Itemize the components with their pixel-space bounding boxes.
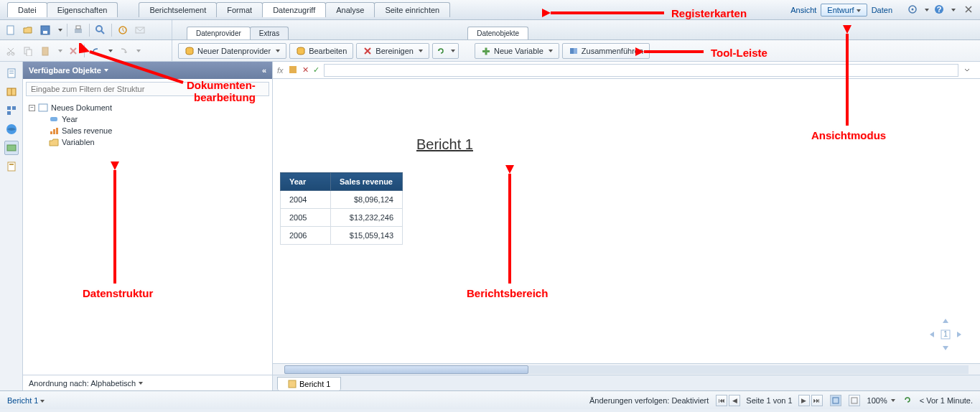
view-ansicht[interactable]: Ansicht [790,6,816,14]
page-indicator: Seite 1 von 1 [742,396,796,405]
svg-rect-38 [50,131,52,134]
subtab-extras[interactable]: Extras [250,27,289,39]
next-page-icon[interactable]: ▶ [798,395,810,406]
history-icon[interactable] [116,24,129,37]
edit-button[interactable]: Bearbeiten [289,43,353,59]
fx-wizard-icon[interactable] [288,65,298,76]
tab-format[interactable]: Format [216,2,263,17]
tree-year[interactable]: Year [29,113,266,125]
fx-icon[interactable]: fx [277,66,284,75]
tab-datei[interactable]: Datei [7,2,47,17]
save-icon[interactable] [39,24,52,37]
tab-seite-einrichten[interactable]: Seite einrichten [374,2,450,17]
cell[interactable]: $15,059,143 [331,227,403,245]
report-table[interactable]: Year Sales revenue 2004$8,096,124 2005$1… [280,172,403,245]
delete-icon[interactable] [67,45,80,57]
cell[interactable]: 2006 [281,227,331,245]
zoom-control[interactable]: 100% [867,396,895,405]
svg-rect-41 [289,66,297,73]
tree-vars[interactable]: Variablen [29,136,266,148]
cut-icon[interactable] [4,45,17,57]
svg-rect-31 [7,111,11,115]
close-icon[interactable] [964,5,973,15]
svg-rect-35 [9,164,14,165]
rail-objects-icon[interactable] [4,141,19,155]
purge-button[interactable]: Bereinigen [356,43,429,59]
file-toolbar [0,20,172,39]
new-dataprovider-button[interactable]: Neuer Datenprovider [178,43,286,59]
new-variable-button[interactable]: Neue Variable [475,43,559,59]
status-tracking[interactable]: Änderungen verfolgen: Deaktiviert [589,396,709,405]
col-year[interactable]: Year [281,173,331,191]
gear-icon[interactable] [907,4,918,17]
paste-icon[interactable] [39,45,52,57]
svg-rect-29 [7,106,11,110]
tree-sales[interactable]: Sales revenue [29,125,266,136]
cell[interactable]: 2004 [281,191,331,209]
svg-rect-36 [39,104,47,111]
filter-box [26,82,269,96]
svg-rect-7 [75,29,82,33]
tool-bar: Neuer Datenprovider Bearbeiten Bereinige… [0,40,980,62]
filter-input[interactable] [26,82,269,96]
fit-width-icon[interactable] [849,395,860,406]
cell[interactable]: 2005 [281,209,331,227]
status-doc[interactable]: Bericht 1 [7,396,45,405]
expand-icon[interactable] [963,65,976,75]
new-icon[interactable] [4,24,17,37]
copy-icon[interactable] [22,45,34,57]
redo-icon[interactable] [117,45,130,57]
last-page-icon[interactable]: ⏭ [811,395,823,406]
tab-datenzugriff[interactable]: Datenzugriff [262,2,326,17]
prev-page-icon[interactable]: ◀ [729,395,740,406]
svg-rect-44 [289,380,296,388]
refresh-button[interactable] [432,43,459,59]
report-tab-1[interactable]: Bericht 1 [277,377,341,390]
collapse-icon[interactable]: « [262,66,266,75]
svg-rect-45 [833,398,839,403]
svg-rect-30 [12,106,16,110]
sub-tabs: Datenprovider Extras Datenobjekte [172,20,980,39]
formula-input[interactable] [324,64,958,77]
print-icon[interactable] [72,24,85,37]
cell[interactable]: $13,232,246 [331,209,403,227]
rail-map-icon[interactable] [4,85,19,99]
rail-props-icon[interactable] [4,159,19,174]
svg-point-1 [912,8,914,10]
refresh-status-icon[interactable] [902,395,913,406]
subtab-datenprovider[interactable]: Datenprovider [187,27,251,39]
col-sales[interactable]: Sales revenue [331,173,403,191]
h-scrollbar[interactable] [273,363,980,375]
fx-ok-icon[interactable]: ✓ [313,65,319,75]
first-page-icon[interactable]: ⏮ [716,395,727,406]
report-title[interactable]: Bericht 1 [416,136,473,153]
rail-filter-icon[interactable] [4,103,19,118]
view-controls: Ansicht Entwurf Daten ? [790,4,973,17]
merge-button[interactable]: Zusammenführen [562,43,650,59]
rail-document-icon[interactable] [4,66,19,80]
tab-berichtselement[interactable]: Berichtselement [139,2,217,17]
collapse-toggle-icon[interactable]: − [29,105,35,111]
tab-eigenschaften[interactable]: Eigenschaften [47,2,118,17]
second-bar: Datenprovider Extras Datenobjekte [0,20,980,40]
fx-cancel-icon[interactable]: ✕ [302,65,309,75]
subtab-datenobjekte[interactable]: Datenobjekte [467,27,528,39]
mail-icon[interactable] [134,24,146,37]
find-icon[interactable] [94,24,107,37]
report-canvas[interactable]: Bericht 1 Year Sales revenue 2004$8,096,… [273,79,980,363]
panel-footer[interactable]: Anordnung nach: Alphabetisch [23,375,272,390]
svg-text:?: ? [937,5,942,14]
rail-globe-icon[interactable] [4,122,19,136]
status-bar: Bericht 1 Änderungen verfolgen: Deaktivi… [0,390,980,409]
svg-rect-39 [53,129,55,134]
tab-analyse[interactable]: Analyse [325,2,375,17]
open-icon[interactable] [22,24,34,37]
fit-page-icon[interactable] [830,395,841,406]
view-daten[interactable]: Daten [872,6,892,14]
tree-root[interactable]: − Neues Dokument [29,102,266,113]
cell[interactable]: $8,096,124 [331,191,403,209]
undo-icon[interactable] [89,45,102,57]
help-icon[interactable]: ? [933,4,945,17]
view-entwurf[interactable]: Entwurf [821,4,867,17]
page-nav-widget[interactable]: 1 [925,314,966,355]
